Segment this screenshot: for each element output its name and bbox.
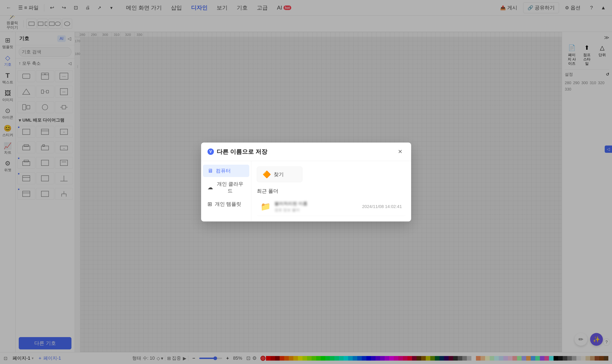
nav-template[interactable]: ⊞ 개인 템플릿: [203, 198, 249, 210]
modal-content: 🔶 찾기 최근 폴더 📁 블러처리된 이름 경로 정보 블러 2024/11/0…: [251, 161, 411, 221]
recent-date: 2024/11/08 14:02:41: [362, 204, 402, 209]
recent-section: 최근 폴더 📁 블러처리된 이름 경로 정보 블러 2024/11/08 14:…: [257, 188, 406, 216]
recent-name: 블러처리된 이름: [274, 200, 359, 207]
computer-icon: 🖥: [207, 168, 213, 174]
modal-title: 다른 이름으로 저장: [217, 148, 267, 156]
modal-overlay[interactable]: V 다른 이름으로 저장 ✕ 🖥 컴퓨터 ☁ 개인 클라우드 ⊞ 개인 템플릿: [0, 0, 612, 364]
modal-sidebar: 🖥 컴퓨터 ☁ 개인 클라우드 ⊞ 개인 템플릿: [201, 161, 251, 221]
save-as-modal: V 다른 이름으로 저장 ✕ 🖥 컴퓨터 ☁ 개인 클라우드 ⊞ 개인 템플릿: [201, 143, 411, 221]
modal-close-btn[interactable]: ✕: [395, 147, 405, 156]
folder-icon: 📁: [260, 202, 271, 211]
modal-logo: V: [207, 148, 214, 155]
browse-icon: 🔶: [262, 170, 271, 178]
recent-path: 경로 정보 블러: [274, 207, 359, 213]
nav-cloud[interactable]: ☁ 개인 클라우드: [203, 178, 249, 197]
template-modal-icon: ⊞: [207, 201, 212, 207]
recent-label: 최근 폴더: [257, 188, 406, 195]
modal-body: 🖥 컴퓨터 ☁ 개인 클라우드 ⊞ 개인 템플릿 🔶 찾기 최근: [201, 161, 411, 221]
recent-info: 블러처리된 이름 경로 정보 블러: [274, 200, 359, 213]
cloud-icon: ☁: [207, 184, 213, 191]
nav-computer[interactable]: 🖥 컴퓨터: [203, 165, 249, 177]
recent-item[interactable]: 📁 블러처리된 이름 경로 정보 블러 2024/11/08 14:02:41: [257, 197, 406, 216]
modal-header: V 다른 이름으로 저장 ✕: [201, 143, 411, 161]
browse-button[interactable]: 🔶 찾기: [257, 167, 302, 182]
